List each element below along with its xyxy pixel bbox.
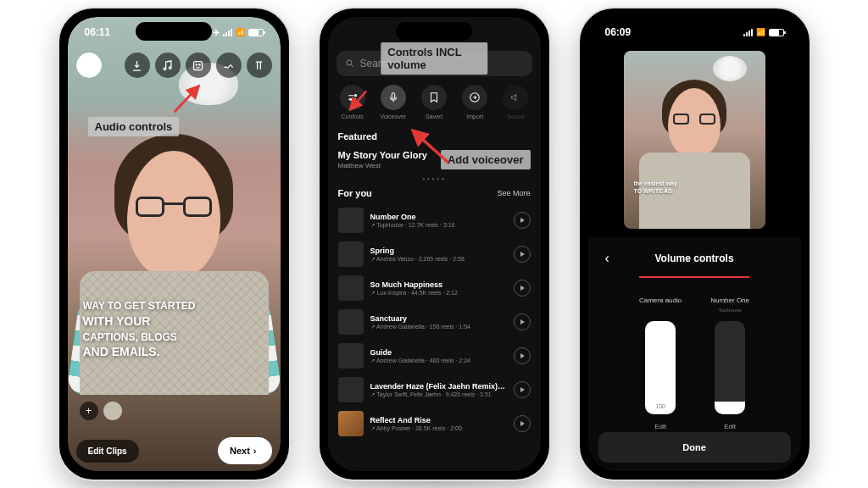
album-cover (338, 411, 364, 436)
album-cover (338, 241, 364, 267)
download-icon[interactable] (125, 53, 150, 78)
song-meta: ↗ Andrew Gialanella · 480 reels · 2:24 (370, 358, 507, 364)
song-title: Spring (370, 247, 507, 255)
status-icons: ✈︎ 📶 (213, 28, 264, 37)
song-meta: ↗ TopHouse · 12.7K reels · 3:16 (370, 222, 507, 229)
play-icon[interactable] (514, 280, 531, 297)
song-row[interactable]: Spring↗ Andrea Vanzo · 2,265 reels · 2:5… (328, 237, 541, 271)
draw-icon[interactable] (216, 53, 242, 78)
svg-line-7 (350, 91, 366, 109)
status-time: 06:09 (605, 26, 632, 38)
sticker-icon[interactable] (186, 53, 211, 78)
album-cover (338, 343, 364, 369)
arrow-annotation (343, 86, 372, 115)
play-icon[interactable] (514, 313, 531, 330)
see-more-link[interactable]: See More (497, 189, 530, 197)
next-button[interactable]: Next› (218, 437, 272, 464)
phone-volume: 06:09 📶 the easiest wayTO WRITE AS ‹ Vol… (578, 7, 811, 481)
song-title: Number One (370, 213, 507, 221)
text-icon[interactable] (247, 53, 272, 78)
tab-saved[interactable]: Saved (415, 85, 453, 119)
tab-import[interactable]: Import (455, 85, 494, 119)
svg-point-6 (347, 60, 352, 65)
annotation-audio-controls: Audio controls (88, 117, 180, 136)
song-title: Sanctuary (370, 314, 507, 323)
svg-rect-10 (392, 93, 395, 98)
edit-link[interactable]: Edit (654, 423, 666, 430)
arrow-annotation (168, 78, 209, 119)
phone-music: Controls INCL volume Search music Contro… (318, 7, 551, 481)
annotation-controls-volume: Controls INCL volume (381, 42, 487, 75)
song-row[interactable]: Number One↗ TopHouse · 12.7K reels · 3:1… (328, 203, 541, 237)
video-preview: the easiest wayTO WRITE AS (624, 51, 765, 229)
arrow-annotation (404, 125, 455, 168)
song-row[interactable]: Lavender Haze (Felix Jaehn Remix) 🅴↗ Tay… (328, 373, 541, 407)
song-title: So Much Happiness (370, 280, 507, 289)
play-icon[interactable] (514, 212, 531, 229)
svg-point-4 (199, 64, 200, 64)
song-meta: ↗ Abby Posner · 28.5K reels · 2:00 (370, 425, 507, 432)
tab-sound[interactable]: Sound (496, 85, 535, 119)
video-overlay-text: WAY TO GET STARTED WITH YOUR CAPTIONS, B… (83, 299, 247, 361)
song-meta: ↗ Andrea Vanzo · 2,265 reels · 2:58 (370, 256, 507, 263)
song-meta: ↗ Lux-Inspira · 44.5K reels · 2:12 (370, 290, 507, 297)
album-cover (338, 208, 364, 233)
slider-camera-audio[interactable]: Camera audio 100 Edit (639, 297, 682, 430)
song-row[interactable]: Reflect And Rise↗ Abby Posner · 28.5K re… (328, 407, 541, 441)
slider-music-track[interactable]: Number One TopHouse Edit (710, 297, 749, 430)
song-meta: ↗ Andrew Gialanella · 150 reels · 1:54 (370, 324, 507, 330)
search-icon (345, 58, 355, 69)
song-row[interactable]: So Much Happiness↗ Lux-Inspira · 44.5K r… (328, 271, 541, 305)
play-icon[interactable] (514, 347, 531, 364)
clip-thumbnail[interactable] (103, 402, 122, 420)
tab-voiceover[interactable]: Voiceover (374, 85, 413, 119)
section-featured: Featured (338, 131, 377, 141)
volume-title: Volume controls (654, 252, 733, 264)
album-cover (338, 275, 364, 301)
play-icon[interactable] (514, 381, 531, 398)
song-title: Lavender Haze (Felix Jaehn Remix) 🅴 (370, 382, 507, 391)
pagination-dots: ●●●●● (328, 175, 541, 183)
done-button[interactable]: Done (598, 432, 791, 463)
song-row[interactable]: Sanctuary↗ Andrew Gialanella · 150 reels… (328, 305, 541, 339)
svg-line-12 (413, 130, 448, 163)
effects-icon[interactable] (76, 53, 102, 78)
play-icon[interactable] (514, 246, 531, 263)
song-title: Reflect And Rise (370, 416, 507, 424)
phone-editor: 06:11 ✈︎ 📶 Audio controls WAY TO GET STA… (58, 7, 291, 481)
song-row[interactable]: Guide↗ Andrew Gialanella · 480 reels · 2… (328, 339, 541, 373)
svg-point-0 (164, 68, 166, 70)
edit-clips-button[interactable]: Edit Clips (76, 440, 139, 463)
svg-point-1 (169, 66, 171, 69)
album-cover (338, 309, 364, 335)
album-cover (338, 377, 364, 402)
status-icons: 📶 (743, 28, 784, 36)
status-time: 06:11 (85, 26, 111, 38)
svg-rect-2 (194, 61, 203, 69)
song-meta: ↗ Taylor Swift, Felix Jaehn · 9,426 reel… (370, 391, 507, 398)
svg-line-5 (174, 86, 198, 113)
play-icon[interactable] (514, 415, 531, 432)
back-button[interactable]: ‹ (605, 251, 609, 266)
svg-point-3 (196, 64, 197, 64)
edit-link[interactable]: Edit (724, 423, 736, 430)
music-icon[interactable] (155, 53, 181, 78)
song-title: Guide (370, 348, 507, 357)
section-for-you: For you (338, 188, 372, 198)
annotation-underline (639, 276, 749, 278)
add-clip-button[interactable]: + (80, 402, 98, 420)
